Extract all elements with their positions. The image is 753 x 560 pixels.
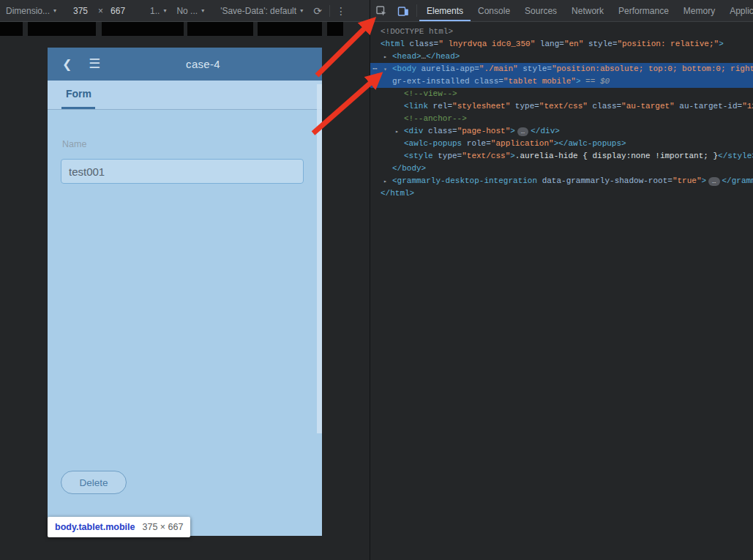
save-data-dropdown[interactable]: 'Save-Data': default ▾ — [220, 6, 303, 16]
tab-network[interactable]: Network — [564, 0, 611, 21]
save-data-label: 'Save-Data': default — [220, 6, 296, 16]
app-tabstrip: Form — [48, 81, 322, 110]
dom-tree-line[interactable]: ⋯▾<body aurelia-app="./main" style="posi… — [370, 63, 753, 75]
chevron-down-icon: ▾ — [300, 7, 303, 14]
chevron-down-icon: ▾ — [53, 7, 56, 14]
throttling-dropdown[interactable]: No ... ▾ — [176, 6, 204, 16]
page-render-artifact — [327, 22, 343, 36]
dom-tree-line[interactable]: gr-ext-installed class="tablet mobile"> … — [370, 75, 753, 88]
emulated-phone-screen: ❮ ☰ case-4 Form Name Delete — [48, 48, 322, 536]
collapse-icon[interactable]: ▾ — [383, 63, 392, 75]
tabbar-divider — [416, 4, 417, 17]
tab-application[interactable]: Application — [722, 0, 753, 21]
app-header: ❮ ☰ case-4 — [48, 48, 322, 81]
devtools-tabbar: ElementsConsoleSourcesNetworkPerformance… — [370, 0, 753, 22]
dimensions-dropdown[interactable]: Dimensio... ▾ — [6, 6, 67, 16]
inspect-element-icon[interactable] — [370, 0, 392, 21]
page-render-artifact — [28, 22, 96, 36]
device-emulation-pane: Dimensio... ▾ 375 × 667 1.. ▾ No ... ▾ '… — [0, 0, 370, 560]
dom-tree-line[interactable]: ▸<div class="page-host">…</div> — [370, 125, 753, 138]
tooltip-selector: body.tablet.mobile — [55, 522, 135, 532]
name-field-label: Name — [62, 139, 86, 149]
expand-icon[interactable]: ▸ — [383, 51, 392, 63]
toggle-device-toolbar-icon[interactable] — [392, 0, 414, 21]
tab-memory[interactable]: Memory — [676, 0, 722, 21]
dom-tree-line[interactable]: <link rel="stylesheet" type="text/css" c… — [370, 100, 753, 113]
phone-scrollbar[interactable] — [317, 84, 322, 433]
chevron-down-icon: ▾ — [201, 7, 204, 14]
dom-tree-line[interactable]: <awlc-popups role="application"></awlc-p… — [370, 138, 753, 150]
tab-sources[interactable]: Sources — [517, 0, 564, 21]
chevron-down-icon: ▾ — [163, 7, 166, 14]
tooltip-dimensions: 375 × 667 — [143, 522, 184, 532]
dimensions-separator: × — [98, 6, 103, 16]
more-actions-icon[interactable]: ⋯ — [372, 63, 378, 75]
toolbar-divider — [329, 5, 330, 17]
back-chevron-icon[interactable]: ❮ — [62, 57, 72, 71]
zoom-dropdown[interactable]: 1.. ▾ — [150, 6, 166, 16]
more-options-icon[interactable]: ⋮ — [336, 5, 346, 17]
app-title: case-4 — [84, 48, 322, 81]
dom-tree-line[interactable]: ▸<head>…</head> — [370, 51, 753, 63]
page-render-artifact — [187, 22, 253, 36]
dimensions-label: Dimensio... — [6, 6, 50, 16]
dom-tree-line[interactable]: <!--anchor--> — [370, 113, 753, 125]
tab-performance[interactable]: Performance — [611, 0, 676, 21]
element-inspect-tooltip: body.tablet.mobile 375 × 667 — [48, 517, 190, 537]
dom-tree-line[interactable]: </body> — [370, 163, 753, 175]
tab-active-underline — [61, 107, 95, 109]
viewport-width-input[interactable]: 375 — [73, 6, 88, 16]
dom-tree-line[interactable]: ▸<grammarly-desktop-integration data-gra… — [370, 175, 753, 187]
page-render-artifact — [102, 22, 184, 36]
dom-tree-line[interactable]: <!DOCTYPE html> — [370, 26, 753, 38]
viewport-height-input[interactable]: 667 — [110, 6, 125, 16]
devtools-panel: ElementsConsoleSourcesNetworkPerformance… — [370, 0, 753, 560]
device-toolbar: Dimensio... ▾ 375 × 667 1.. ▾ No ... ▾ '… — [0, 0, 370, 22]
expand-icon[interactable]: ▸ — [383, 175, 392, 187]
devtools-window: Dimensio... ▾ 375 × 667 1.. ▾ No ... ▾ '… — [0, 0, 753, 560]
throttling-label: No ... — [176, 6, 198, 16]
dom-tree-line[interactable]: </html> — [370, 187, 753, 200]
dom-tree-line[interactable]: <!--view--> — [370, 88, 753, 100]
delete-button[interactable]: Delete — [61, 471, 127, 494]
devtools-tabs: ElementsConsoleSourcesNetworkPerformance… — [419, 0, 753, 21]
tab-elements[interactable]: Elements — [419, 0, 471, 21]
elements-tree: <!DOCTYPE html><html class=" lnyrdvqa id… — [370, 23, 753, 560]
zoom-label: 1.. — [150, 6, 160, 16]
dom-tree-line[interactable]: <html class=" lnyrdvqa idc0_350" lang="e… — [370, 38, 753, 51]
dom-tree-line[interactable]: <style type="text/css">.aurelia-hide { d… — [370, 150, 753, 163]
rotate-viewport-icon[interactable]: ⟳ — [313, 5, 322, 17]
page-render-artifact — [0, 22, 23, 36]
expand-icon[interactable]: ▸ — [395, 125, 404, 138]
name-input[interactable] — [61, 159, 304, 184]
tab-console[interactable]: Console — [471, 0, 517, 21]
page-render-artifact — [258, 22, 322, 36]
tab-form[interactable]: Form — [66, 88, 91, 100]
